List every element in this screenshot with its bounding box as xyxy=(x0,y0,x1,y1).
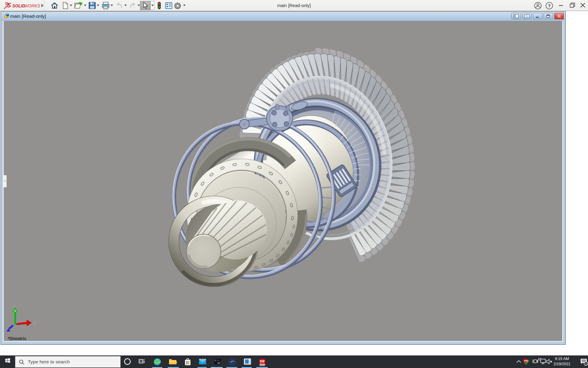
svg-text:x: x xyxy=(34,320,36,325)
svg-text:SW: SW xyxy=(260,360,265,363)
svg-text:y: y xyxy=(13,305,15,307)
svg-text:?: ? xyxy=(548,3,551,8)
svg-text:C:\_: C:\_ xyxy=(215,359,221,362)
svg-text:1: 1 xyxy=(585,362,586,366)
svg-text:2021: 2021 xyxy=(260,364,265,366)
